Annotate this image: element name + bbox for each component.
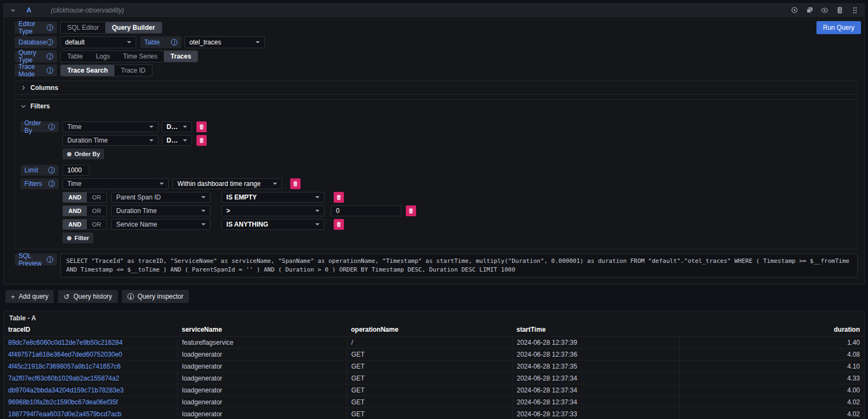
remove-filter-button[interactable]	[290, 178, 301, 189]
database-select[interactable]: default	[60, 36, 136, 48]
record-icon[interactable]	[790, 7, 798, 14]
order-by-field-select[interactable]: Duration Time	[62, 135, 158, 146]
duration-cell: 4.02	[679, 408, 864, 419]
column-header-starttime[interactable]: startTime	[512, 324, 679, 337]
trace-id-link[interactable]: 96968b10fa2b2c1590bc67dea06ef35f	[8, 398, 118, 406]
chevron-down-icon	[183, 139, 187, 141]
filter-operator-select[interactable]: IS EMPTY	[221, 192, 324, 203]
column-header-traceid[interactable]: traceID	[4, 324, 177, 337]
query-type-option-logs[interactable]: Logs	[90, 51, 117, 62]
panel-title[interactable]: Table - A	[4, 311, 864, 324]
filter-field-value: Service Name	[116, 221, 157, 228]
database-value: default	[65, 38, 85, 46]
order-by-direction-select[interactable]: DESC	[162, 121, 192, 132]
remove-filter-button[interactable]	[406, 205, 416, 216]
filters-section-header[interactable]: Filters	[15, 100, 857, 113]
info-icon[interactable]	[48, 167, 55, 173]
query-row-header: A (clickhouse-observability)	[4, 4, 864, 17]
column-header-servicename[interactable]: serviceName	[177, 324, 347, 337]
or-option[interactable]: OR	[87, 220, 107, 229]
editor-type-option-sql-editor[interactable]: SQL Editor	[61, 22, 105, 33]
filter-field-select[interactable]: Duration Time	[111, 205, 210, 216]
info-icon[interactable]	[47, 53, 53, 60]
trace-id-link[interactable]: 4f45c21918c73698057a8b1c741657c6	[8, 363, 121, 370]
trace-mode-option-trace-id[interactable]: Trace ID	[114, 65, 152, 76]
add-query-label: Add query	[19, 293, 49, 300]
remove-filter-button[interactable]	[334, 192, 344, 203]
info-icon[interactable]	[47, 67, 53, 74]
column-header-duration[interactable]: duration	[679, 324, 864, 337]
chevron-right-icon	[21, 85, 26, 91]
start-time-cell: 2024-06-28 12:37:39	[512, 337, 679, 349]
time-filter-row: Filters Time Within dashboard time range	[21, 178, 852, 189]
sql-preview-row: SQL Preview SELECT "TraceId" as traceID,…	[15, 254, 858, 278]
eye-icon[interactable]	[821, 7, 828, 14]
info-icon[interactable]	[48, 181, 55, 187]
trace-id-link[interactable]: db9704a2bbda34204d159c71b78283e3	[8, 386, 124, 394]
limit-input[interactable]	[62, 165, 90, 176]
or-option[interactable]: OR	[87, 192, 107, 202]
chevron-down-icon	[201, 196, 206, 198]
query-history-button[interactable]: ↺ Query history	[58, 290, 117, 303]
and-option[interactable]: AND	[63, 220, 87, 229]
query-ref-id[interactable]: A	[27, 7, 31, 14]
trace-id-link[interactable]: 4f497571a618e364ed7ded60752030e0	[8, 351, 122, 358]
remove-filter-button[interactable]	[334, 219, 344, 230]
trace-id-link[interactable]: 7a2f07ecf63c60b1029ab2ac155874a2	[8, 375, 119, 382]
query-actions	[790, 7, 859, 14]
info-icon[interactable]	[48, 124, 55, 130]
info-icon[interactable]	[47, 24, 53, 31]
limit-row: Limit	[21, 165, 852, 176]
operation-name-cell: /	[347, 337, 512, 349]
query-type-option-table[interactable]: Table	[61, 51, 90, 62]
collapse-chevron-icon[interactable]	[9, 7, 17, 14]
filter-field-select[interactable]: Parent Span ID	[111, 192, 210, 203]
filter-operator-select[interactable]: IS ANYTHING	[221, 219, 324, 230]
table-select[interactable]: otel_traces	[184, 36, 265, 48]
filter-operator-select[interactable]: Within dashboard time range	[173, 178, 282, 189]
and-option[interactable]: AND	[63, 192, 87, 202]
start-time-cell: 2024-06-28 12:37:34	[512, 384, 679, 396]
remove-order-by-button[interactable]	[196, 135, 207, 146]
sql-preview-text[interactable]: SELECT "TraceId" as traceID, "ServiceNam…	[60, 254, 858, 278]
info-icon[interactable]	[47, 256, 53, 263]
order-by-field-select[interactable]: Time	[62, 121, 158, 132]
trace-id-link[interactable]: 1887794f7eaa6037d0e2a4579bcd7acb	[8, 410, 122, 418]
and-option[interactable]: AND	[63, 206, 87, 216]
table-row: 96968b10fa2b2c1590bc67dea06ef35f loadgen…	[4, 396, 864, 408]
filter-value-input[interactable]	[331, 205, 401, 216]
database-label: Database	[15, 36, 57, 48]
add-query-button[interactable]: + Add query	[5, 290, 54, 303]
editor-type-option-query-builder[interactable]: Query Builder	[105, 22, 161, 33]
chevron-down-icon	[315, 210, 320, 212]
query-inspector-button[interactable]: Query inspector	[122, 290, 189, 303]
trash-icon[interactable]	[836, 7, 844, 14]
table-label-text: Table	[144, 38, 160, 46]
table-label: Table	[141, 36, 181, 48]
filter-field-select[interactable]: Time	[62, 178, 169, 189]
copy-icon[interactable]	[806, 7, 813, 14]
columns-section-header[interactable]: Columns	[15, 81, 857, 94]
service-name-cell: loadgenerator	[177, 349, 347, 360]
drag-handle-icon[interactable]	[851, 7, 859, 14]
trace-mode-option-trace-search[interactable]: Trace Search	[61, 65, 114, 76]
add-filter-button[interactable]: ⊕ Filter	[62, 233, 93, 243]
query-type-option-time-series[interactable]: Time Series	[117, 51, 164, 62]
filter-operator-select[interactable]: >	[221, 205, 324, 216]
order-by-direction-select[interactable]: DESC	[162, 135, 192, 146]
or-option[interactable]: OR	[87, 206, 107, 216]
query-type-option-traces[interactable]: Traces	[164, 51, 197, 62]
remove-order-by-button[interactable]	[196, 121, 207, 132]
run-query-button[interactable]: Run Query	[816, 21, 861, 34]
table-value: otel_traces	[189, 38, 221, 46]
info-icon[interactable]	[47, 39, 53, 46]
info-icon[interactable]	[171, 39, 177, 46]
filter-field-select[interactable]: Service Name	[111, 219, 210, 230]
chevron-down-icon	[201, 210, 206, 212]
chevron-down-icon	[201, 223, 206, 225]
trace-id-link[interactable]: 89dc7e8c6060c0d12de7e9b50c216284	[8, 339, 123, 346]
filters-label-text: Filters	[24, 180, 42, 188]
add-order-by-button[interactable]: ⊕ Order By	[62, 149, 104, 159]
column-header-operationname[interactable]: operationName	[347, 324, 512, 337]
datasource-name: (clickhouse-observability)	[51, 7, 124, 14]
